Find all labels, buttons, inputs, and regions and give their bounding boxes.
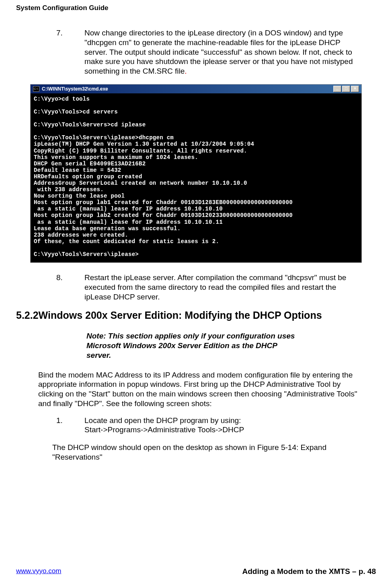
item-line-2: Start->Programs->Administrative Tools->D…: [84, 425, 364, 435]
cmd-title: C:\WINNT\system32\cmd.exe: [42, 86, 108, 92]
paragraph: The DHCP window should open on the deskt…: [52, 443, 360, 462]
footer-link[interactable]: www.vyyo.com: [16, 567, 61, 576]
item-number: 1.: [56, 416, 84, 435]
note-text: : This section applies only if your conf…: [86, 332, 295, 359]
item-text: Restart the ipLease server. After compil…: [84, 273, 364, 301]
cmd-icon: [33, 86, 39, 92]
section-title: Windows 200x Server Edition: Modifying t…: [39, 310, 376, 321]
note-block: Note: This section applies only if your …: [86, 331, 304, 360]
red-period: .: [185, 67, 187, 75]
item-number: 8.: [56, 273, 84, 301]
close-button[interactable]: ×: [351, 86, 359, 92]
item-body: Now change directories to the ipLease di…: [84, 29, 353, 75]
minimize-button[interactable]: _: [333, 86, 341, 92]
maximize-button[interactable]: □: [342, 86, 350, 92]
page-footer: www.vyyo.com Adding a Modem to the XMTS …: [0, 567, 392, 576]
note-label: Note: [86, 332, 103, 340]
item-number: 7.: [56, 28, 84, 76]
cmd-titlebar: C:\WINNT\system32\cmd.exe _ □ ×: [31, 85, 361, 93]
list-item-8: 8. Restart the ipLease server. After com…: [56, 273, 364, 301]
item-text: Locate and open the DHCP program by usin…: [84, 416, 364, 435]
list-item-1: 1. Locate and open the DHCP program by u…: [56, 416, 364, 435]
section-number: 5.2.2: [16, 310, 39, 321]
document-header: System Configuration Guide: [16, 4, 376, 12]
item-line-1: Locate and open the DHCP program by usin…: [84, 416, 364, 425]
item-text: Now change directories to the ipLease di…: [84, 28, 364, 76]
list-item-7: 7. Now change directories to the ipLease…: [56, 28, 364, 76]
cmd-output: C:\Vyyo>cd tools C:\Vyyo\Tools>cd server…: [31, 93, 361, 262]
section-heading: 5.2.2 Windows 200x Server Edition: Modif…: [16, 310, 376, 321]
window-controls: _ □ ×: [333, 86, 359, 92]
paragraph: Bind the modem MAC Address to its IP Add…: [38, 370, 364, 409]
footer-page-ref: Adding a Modem to the XMTS – p. 48: [242, 567, 376, 576]
cmd-window: C:\WINNT\system32\cmd.exe _ □ × C:\Vyyo>…: [30, 84, 362, 263]
